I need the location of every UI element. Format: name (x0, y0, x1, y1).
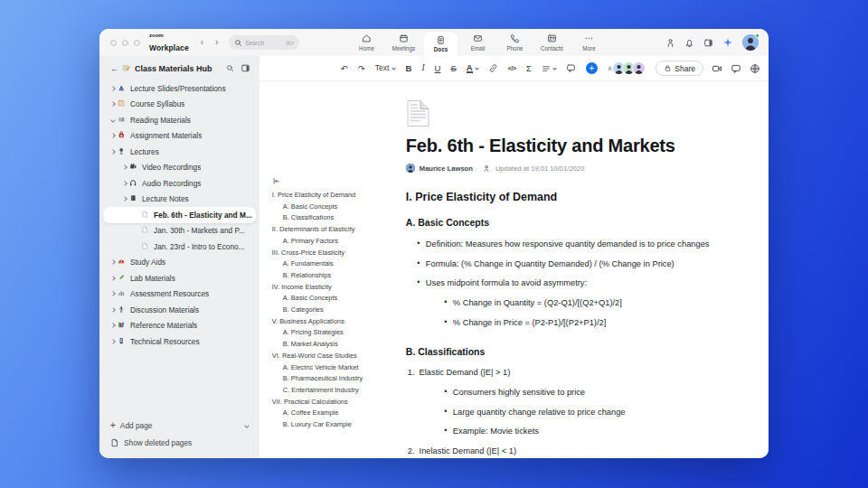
globe-button[interactable] (750, 63, 760, 74)
doc-bullet-item[interactable]: •Uses midpoint formula to avoid asymmetr… (406, 278, 736, 287)
align-dropdown[interactable] (542, 64, 556, 73)
tab-meetings[interactable]: Meetings (387, 29, 420, 56)
toc-item[interactable]: B. Relationships (272, 270, 393, 282)
sidebar-back-button[interactable]: ← (110, 64, 118, 73)
toc-item[interactable]: A. Coffee Example (272, 408, 393, 419)
chevron-right-icon[interactable] (110, 291, 116, 296)
toc-item[interactable]: B. Categories (272, 305, 393, 316)
doc-bullet-item[interactable]: •% Change in Quantity = (Q2-Q1)/[(Q2+Q1)… (406, 298, 736, 307)
workspace-rooms-button[interactable] (665, 38, 675, 48)
doc-heading-2[interactable]: A. Basic Concepts (406, 217, 736, 228)
chevron-right-icon[interactable] (122, 164, 127, 170)
toc-item[interactable]: A. Primary Factors (272, 236, 393, 248)
tab-contacts[interactable]: Contacts (535, 29, 569, 56)
toc-item[interactable]: II. Determinants of Elasticity (272, 224, 393, 236)
redo-button[interactable]: ↷ (358, 64, 365, 73)
sidebar-item-technical-resources[interactable]: Technical Resources (103, 333, 256, 350)
italic-button[interactable]: I (421, 64, 424, 73)
doc-bullet-item[interactable]: •Example: Movie tickets (406, 427, 736, 436)
close-window-button[interactable] (110, 40, 117, 46)
nav-back-button[interactable]: ‹ (201, 38, 203, 47)
tab-phone[interactable]: Phone (498, 29, 532, 56)
sidebar-item-course-syllabus[interactable]: Course Syllabus (103, 97, 256, 113)
minimize-window-button[interactable] (122, 40, 128, 46)
collaborator-avatar[interactable] (632, 61, 646, 75)
sidebar-item-discussion-materials[interactable]: Discussion Materials (103, 302, 256, 318)
underline-button[interactable]: U (435, 64, 441, 73)
comment-button[interactable] (566, 63, 576, 73)
chevron-down-icon[interactable] (110, 117, 116, 123)
doc-bullet-item[interactable]: •Large quantity change relative to price… (406, 408, 736, 417)
share-button[interactable]: Share (656, 61, 703, 76)
chevron-right-icon[interactable] (110, 307, 116, 313)
toc-item[interactable]: B. Market Analysis (272, 339, 393, 351)
text-color-dropdown[interactable]: A (467, 63, 478, 74)
sidebar-collapse-button[interactable] (241, 63, 250, 73)
doc-heading-1[interactable]: I. Price Elasticity of Demand (406, 191, 736, 203)
chevron-right-icon[interactable] (110, 276, 116, 281)
toc-item[interactable]: VII. Practical Calculations (272, 397, 393, 408)
toc-item[interactable]: VI. Real-World Case Studies (272, 351, 393, 362)
text-style-dropdown[interactable]: Text (375, 64, 396, 72)
sidebar-item-lecture-slides-presentations[interactable]: Lecture Slides/Presentations (103, 80, 256, 97)
sidebar-item-reading-materials[interactable]: Reading Materials (103, 112, 256, 128)
sidebar-page-jan-23rd-intro-to-econo[interactable]: Jan. 23rd - Intro to Econo... (103, 239, 256, 255)
sidebar-page-jan-30th-markets-and-p[interactable]: Jan. 30th - Markets and P... (103, 223, 256, 239)
chevron-right-icon[interactable] (110, 133, 116, 138)
doc-bullet-item[interactable]: •Consumers highly sensitive to price (406, 388, 736, 397)
bold-button[interactable]: B (406, 64, 412, 73)
sidebar-item-assignment-materials[interactable]: Assignment Materials (103, 128, 256, 145)
toc-item[interactable]: IV. Income Elasticity (272, 282, 393, 294)
panel-button[interactable] (703, 38, 713, 48)
sidebar-item-assessment-resources[interactable]: Assessment Resources (103, 286, 256, 303)
video-call-button[interactable] (712, 63, 722, 74)
chevron-right-icon[interactable] (122, 181, 127, 186)
toc-item[interactable]: I. Price Elasticity of Demand (272, 190, 393, 202)
code-button[interactable]: </> (508, 65, 516, 71)
global-search-input[interactable]: Search ⌘F (229, 35, 299, 50)
link-button[interactable] (488, 63, 498, 73)
toc-item[interactable]: III. Cross-Price Elasticity (272, 248, 393, 259)
chevron-right-icon[interactable] (110, 323, 116, 328)
insert-block-button[interactable]: + (586, 62, 598, 74)
tab-docs[interactable]: Docs (424, 32, 458, 56)
toc-item[interactable]: A. Electric Vehicle Market (272, 362, 393, 374)
chevron-right-icon[interactable] (110, 101, 116, 107)
sidebar-item-lecture-notes[interactable]: Lecture Notes (103, 192, 256, 208)
chevron-right-icon[interactable] (110, 339, 116, 344)
chevron-right-icon[interactable] (110, 149, 116, 155)
toc-item[interactable]: B. Pharmaceutical Industry (272, 373, 393, 385)
nav-forward-button[interactable]: › (215, 38, 218, 47)
tab-home[interactable]: Home (350, 29, 383, 56)
user-avatar[interactable] (742, 34, 759, 51)
toc-item[interactable]: A. Pricing Strategies (272, 327, 393, 339)
doc-numbered-item[interactable]: 2.Inelastic Demand (|E| < 1) (406, 446, 736, 455)
toc-collapse-button[interactable] (272, 177, 393, 185)
sidebar-page-feb-6th-elasticity-and-m[interactable]: Feb. 6th - Elasticity and M... (103, 207, 256, 223)
toc-item[interactable]: C. Entertainment Industry (272, 385, 393, 397)
bell-button[interactable] (684, 38, 694, 48)
undo-button[interactable]: ↶ (341, 64, 348, 73)
sidebar-item-lectures[interactable]: Lectures (103, 144, 256, 160)
doc-numbered-item[interactable]: 1.Elastic Demand (|E| > 1) (406, 368, 736, 377)
toc-item[interactable]: B. Classifications (272, 212, 393, 224)
strikethrough-button[interactable]: S (450, 64, 456, 73)
sidebar-item-reference-materials[interactable]: Reference Materials (103, 318, 256, 334)
chat-button[interactable] (731, 63, 741, 74)
maximize-window-button[interactable] (134, 40, 140, 46)
sidebar-search-button[interactable] (226, 64, 234, 72)
tab-more[interactable]: More (572, 29, 606, 56)
toc-item[interactable]: B. Luxury Car Example (272, 419, 393, 431)
chevron-right-icon[interactable] (122, 196, 127, 202)
doc-heading-2[interactable]: B. Classifications (406, 346, 736, 357)
doc-bullet-item[interactable]: •Formula: (% Change in Quantity Demanded… (406, 259, 736, 268)
equation-button[interactable]: Σ (526, 64, 532, 73)
toc-item[interactable]: A. Fundamentals (272, 258, 393, 270)
chevron-right-icon[interactable] (110, 259, 116, 265)
sparkle-button[interactable] (722, 37, 733, 48)
tab-email[interactable]: Email (461, 29, 495, 56)
toc-item[interactable]: A. Basic Concepts (272, 202, 393, 213)
show-deleted-pages-button[interactable]: Show deleted pages (110, 438, 249, 447)
sidebar-item-audio-recordings[interactable]: Audio Recordings (103, 175, 256, 192)
add-page-button[interactable]: + Add page (110, 421, 249, 430)
